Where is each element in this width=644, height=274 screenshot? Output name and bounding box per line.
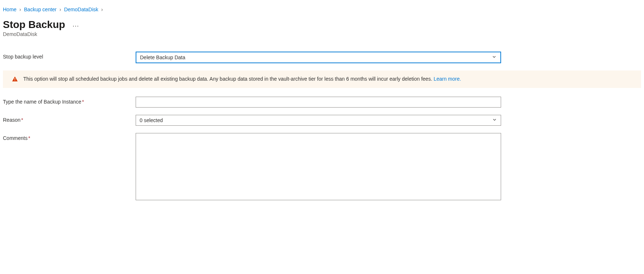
reason-value: 0 selected xyxy=(140,117,163,123)
chevron-down-icon xyxy=(492,55,497,61)
stop-level-label: Stop backup level xyxy=(3,52,136,60)
warning-icon xyxy=(12,76,18,82)
breadcrumb: Home › Backup center › DemoDataDisk › xyxy=(3,3,641,15)
reason-label: Reason* xyxy=(3,115,136,123)
chevron-right-icon: › xyxy=(100,7,104,12)
comments-label: Comments* xyxy=(3,133,136,141)
page-title: Stop Backup xyxy=(3,19,65,31)
breadcrumb-demodatadisk[interactable]: DemoDataDisk xyxy=(64,7,98,12)
backup-instance-name-input[interactable] xyxy=(136,97,501,108)
svg-rect-1 xyxy=(15,80,15,81)
stop-level-value: Delete Backup Data xyxy=(140,55,185,60)
name-label: Type the name of Backup Instance* xyxy=(3,97,136,105)
warning-text: This option will stop all scheduled back… xyxy=(23,76,461,83)
chevron-right-icon: › xyxy=(18,7,23,12)
warning-message: This option will stop all scheduled back… xyxy=(23,76,432,82)
chevron-down-icon xyxy=(492,117,497,123)
chevron-right-icon: › xyxy=(58,7,63,12)
svg-rect-0 xyxy=(15,78,15,80)
learn-more-link[interactable]: Learn more. xyxy=(433,76,461,82)
page-subtitle: DemoDataDisk xyxy=(3,31,641,37)
stop-level-select[interactable]: Delete Backup Data xyxy=(136,52,501,63)
title-row: Stop Backup ⋯ xyxy=(3,19,641,31)
more-actions-button[interactable]: ⋯ xyxy=(72,20,79,29)
breadcrumb-home[interactable]: Home xyxy=(3,7,16,12)
reason-select[interactable]: 0 selected xyxy=(136,115,501,126)
breadcrumb-backup-center[interactable]: Backup center xyxy=(24,7,57,12)
comments-textarea[interactable] xyxy=(136,133,501,200)
warning-banner: This option will stop all scheduled back… xyxy=(3,70,641,88)
